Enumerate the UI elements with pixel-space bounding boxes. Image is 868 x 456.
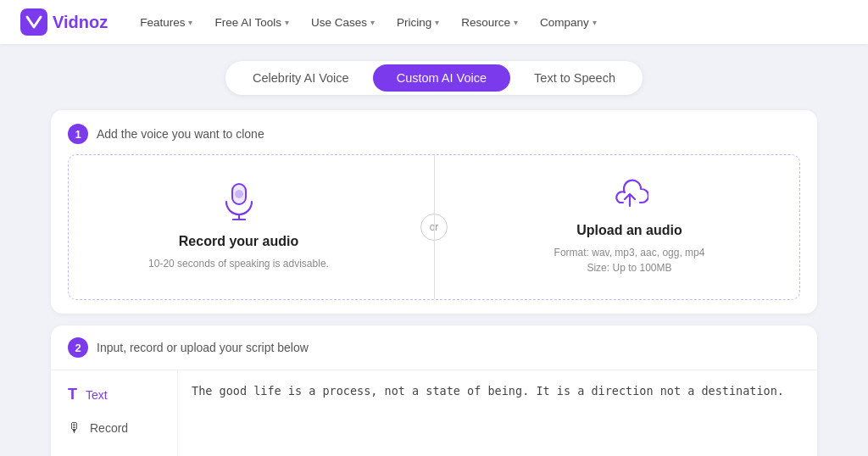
- step-badge-1: 1: [68, 124, 88, 144]
- navbar: Vidnoz Features ▾ Free AI Tools ▾ Use Ca…: [0, 0, 868, 44]
- nav-use-cases[interactable]: Use Cases ▾: [303, 11, 383, 34]
- chevron-icon: ▾: [514, 18, 518, 27]
- script-body: T Text 🎙 Record ☁ Upload The good life i…: [51, 370, 817, 456]
- chevron-icon: ▾: [435, 18, 439, 27]
- tab-celebrity-ai-voice[interactable]: Celebrity AI Voice: [229, 64, 373, 92]
- nav-items: Features ▾ Free AI Tools ▾ Use Cases ▾ P…: [131, 11, 848, 34]
- section-script: 2 Input, record or upload your script be…: [51, 325, 817, 456]
- script-tab-record[interactable]: 🎙 Record: [51, 412, 177, 444]
- script-tab-text[interactable]: T Text: [51, 377, 177, 412]
- upload-cloud-icon: [611, 179, 648, 216]
- record-audio-box[interactable]: Record your audio 10-20 seconds of speak…: [69, 159, 409, 295]
- nav-pricing[interactable]: Pricing ▾: [388, 11, 448, 34]
- script-sidebar: T Text 🎙 Record ☁ Upload: [51, 370, 178, 456]
- upload-audio-box[interactable]: Upload an audio Format: wav, mp3, aac, o…: [459, 155, 799, 299]
- section1-label: Add the voice you want to clone: [97, 127, 264, 141]
- logo[interactable]: Vidnoz: [20, 8, 108, 36]
- script-textarea[interactable]: The good life is a process, not a state …: [178, 370, 817, 456]
- nav-resource[interactable]: Resource ▾: [453, 11, 526, 34]
- tab-text-to-speech[interactable]: Text to Speech: [510, 64, 639, 92]
- nav-free-ai-tools[interactable]: Free AI Tools ▾: [206, 11, 298, 34]
- script-tab-upload[interactable]: ☁ Upload: [51, 444, 177, 456]
- chevron-icon: ▾: [188, 18, 192, 27]
- chevron-icon: ▾: [285, 18, 289, 27]
- tabs-wrapper: Celebrity AI Voice Custom AI Voice Text …: [51, 61, 817, 95]
- upload-subtitle: Format: wav, mp3, aac, ogg, mp4Size: Up …: [554, 245, 705, 275]
- main-content: Celebrity AI Voice Custom AI Voice Text …: [0, 44, 868, 456]
- microphone-icon: [223, 183, 255, 227]
- section-add-voice: 1 Add the voice you want to clone Record…: [51, 110, 817, 314]
- svg-rect-0: [20, 8, 47, 36]
- step-badge-2: 2: [68, 337, 88, 358]
- record-title: Record your audio: [179, 234, 298, 249]
- section2-label: Input, record or upload your script belo…: [97, 341, 309, 354]
- text-icon: T: [68, 386, 77, 403]
- microphone-small-icon: 🎙: [68, 420, 81, 436]
- nav-features[interactable]: Features ▾: [131, 11, 201, 34]
- upload-small-icon: ☁: [68, 453, 81, 456]
- svg-point-4: [235, 190, 243, 198]
- script-content: The good life is a process, not a state …: [178, 370, 817, 456]
- audio-options-row: Record your audio 10-20 seconds of speak…: [68, 154, 800, 300]
- nav-company[interactable]: Company ▾: [531, 11, 605, 34]
- tab-custom-ai-voice[interactable]: Custom AI Voice: [373, 64, 510, 92]
- chevron-icon: ▾: [370, 18, 375, 27]
- section1-header: 1 Add the voice you want to clone: [68, 124, 800, 144]
- chevron-icon: ▾: [593, 18, 597, 27]
- section2-header: 2 Input, record or upload your script be…: [51, 325, 817, 370]
- voice-tabs: Celebrity AI Voice Custom AI Voice Text …: [225, 61, 643, 95]
- record-subtitle: 10-20 seconds of speaking is advisable.: [148, 256, 329, 271]
- upload-title: Upload an audio: [576, 223, 682, 238]
